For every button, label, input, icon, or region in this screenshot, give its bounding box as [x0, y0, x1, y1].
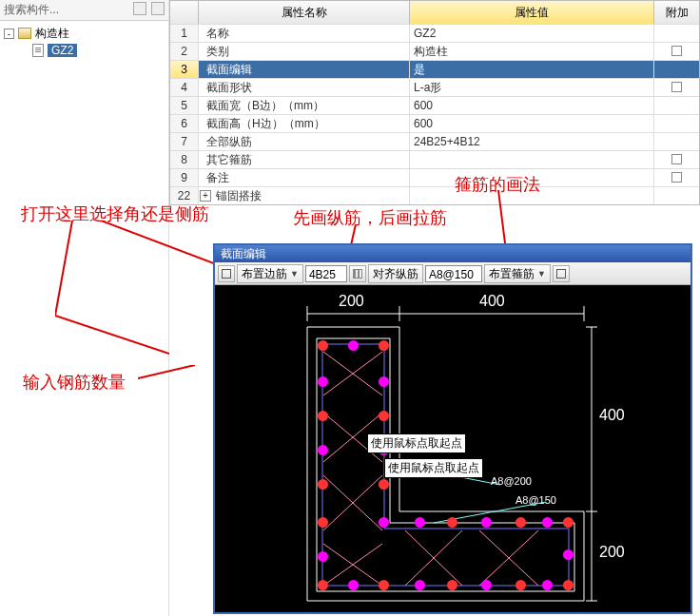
- table-row[interactable]: 22+ 锚固搭接: [170, 186, 699, 204]
- table-row[interactable]: 6截面高（H边）（mm）600: [170, 114, 699, 132]
- prop-name: 截面形状: [199, 79, 410, 96]
- table-row[interactable]: 2类别构造柱: [170, 42, 699, 60]
- rebar-dot[interactable]: [481, 580, 492, 590]
- tree-child[interactable]: GZ2: [2, 42, 166, 59]
- row-num: 8: [170, 151, 199, 168]
- rebar-dot[interactable]: [563, 580, 574, 590]
- col-name-header: 属性名称: [199, 1, 410, 24]
- tool-icon-2[interactable]: [553, 265, 570, 282]
- rebar-dot[interactable]: [379, 517, 389, 528]
- prop-add[interactable]: [654, 169, 699, 186]
- rebar-dot[interactable]: [318, 479, 328, 490]
- annotation-line: [138, 365, 195, 384]
- tree-root[interactable]: - 构造柱: [2, 25, 166, 42]
- rebar-dot[interactable]: [542, 517, 553, 528]
- row-num: 6: [170, 115, 199, 132]
- tooltip: 使用鼠标点取起点: [367, 433, 466, 453]
- search-placeholder: 搜索构件...: [4, 3, 59, 16]
- table-row[interactable]: 5截面宽（B边）（mm）600: [170, 96, 699, 114]
- rebar-dot[interactable]: [415, 517, 425, 528]
- rebar-dot[interactable]: [379, 580, 389, 590]
- rebar-dot[interactable]: [318, 340, 328, 351]
- prop-value[interactable]: 构造柱: [410, 43, 654, 60]
- checkbox[interactable]: [671, 154, 682, 164]
- tree-child-label: GZ2: [48, 44, 77, 57]
- section-canvas[interactable]: 200 400 400 200 A8@200 A8@150: [215, 285, 690, 612]
- rebar-dot[interactable]: [348, 340, 359, 351]
- row-num: 9: [170, 169, 199, 186]
- rebar-dot[interactable]: [318, 517, 328, 528]
- prop-name: 截面高（H边）（mm）: [199, 115, 410, 132]
- editor-title: 截面编辑: [215, 245, 690, 262]
- row-num: 7: [170, 133, 199, 150]
- prop-add: [654, 97, 699, 114]
- align-icon[interactable]: [349, 265, 366, 282]
- collapse-icon[interactable]: -: [4, 29, 14, 39]
- prop-value[interactable]: GZ2: [410, 25, 654, 42]
- rebar-dot[interactable]: [415, 580, 425, 590]
- prop-add: [654, 25, 699, 42]
- rebar-dot[interactable]: [447, 580, 457, 590]
- tree-root-label: 构造柱: [35, 26, 69, 42]
- checkbox[interactable]: [671, 82, 682, 92]
- prop-name: 名称: [199, 25, 410, 42]
- table-row[interactable]: 9备注: [170, 168, 699, 186]
- row-num: 4: [170, 79, 199, 96]
- rebar-dot[interactable]: [515, 517, 526, 528]
- rebar-dot[interactable]: [379, 376, 389, 387]
- prop-value[interactable]: [410, 151, 654, 168]
- prop-add[interactable]: [654, 79, 699, 96]
- table-row[interactable]: 1名称GZ2: [170, 24, 699, 42]
- svg-line-1: [55, 221, 72, 316]
- checkbox[interactable]: [671, 172, 682, 183]
- rebar-dot[interactable]: [318, 445, 328, 455]
- rebar-dot[interactable]: [318, 551, 328, 562]
- component-tree: - 构造柱 GZ2: [0, 21, 168, 63]
- rebar-dot[interactable]: [379, 340, 389, 351]
- layout-edge-rebar-button[interactable]: 布置边筋▼: [237, 264, 303, 283]
- prop-name: 截面宽（B边）（mm）: [199, 97, 410, 114]
- rebar-dot[interactable]: [379, 411, 389, 421]
- align-rebar-button[interactable]: 对齐纵筋: [368, 264, 423, 283]
- rebar-dot[interactable]: [563, 517, 574, 528]
- prop-value[interactable]: 24B25+4B12: [410, 133, 654, 150]
- rebar-dot[interactable]: [318, 580, 328, 590]
- table-row[interactable]: 7全部纵筋24B25+4B12: [170, 132, 699, 150]
- rebar-dot[interactable]: [515, 580, 526, 590]
- rebar-dot[interactable]: [379, 479, 389, 490]
- row-num: 1: [170, 25, 199, 42]
- prop-value[interactable]: 600: [410, 115, 654, 132]
- table-row[interactable]: 4截面形状L-a形: [170, 78, 699, 96]
- rebar-dot[interactable]: [348, 580, 359, 590]
- prop-add[interactable]: [654, 43, 699, 60]
- tool-icon[interactable]: [218, 265, 235, 282]
- rebar-dot[interactable]: [563, 549, 574, 560]
- prop-add: [654, 133, 699, 150]
- annotation-line: [55, 221, 169, 373]
- rebar-spec-input[interactable]: 4B25: [305, 265, 347, 282]
- prop-name: 全部纵筋: [199, 133, 410, 150]
- layout-stirrup-button[interactable]: 布置箍筋▼: [484, 264, 551, 283]
- rebar-dot[interactable]: [542, 580, 553, 590]
- rebar-dot[interactable]: [318, 376, 328, 387]
- annotation-draw-order: 先画纵筋，后画拉筋: [293, 206, 447, 229]
- prop-value[interactable]: L-a形: [410, 79, 654, 96]
- prop-name: 其它箍筋: [199, 151, 410, 168]
- prop-value[interactable]: 600: [410, 97, 654, 114]
- checkbox[interactable]: [671, 46, 682, 56]
- clear-icon[interactable]: [151, 2, 165, 15]
- stirrup-spec-input[interactable]: A8@150: [425, 265, 482, 282]
- table-row[interactable]: 3截面编辑是: [170, 60, 699, 78]
- search-bar[interactable]: 搜索构件...: [0, 0, 168, 21]
- prop-add[interactable]: [654, 151, 699, 168]
- rebar-dot[interactable]: [318, 411, 328, 421]
- search-icon[interactable]: [133, 2, 146, 15]
- rebar-dot[interactable]: [481, 517, 492, 528]
- editor-toolbar: 布置边筋▼ 4B25 对齐纵筋 A8@150 布置箍筋▼: [215, 262, 690, 285]
- doc-icon: [32, 44, 44, 57]
- rebar-dot[interactable]: [447, 517, 457, 528]
- col-value-header[interactable]: 属性值: [410, 1, 654, 24]
- prop-value[interactable]: 是: [410, 61, 654, 78]
- expand-icon[interactable]: +: [200, 190, 211, 202]
- table-row[interactable]: 8其它箍筋: [170, 150, 699, 168]
